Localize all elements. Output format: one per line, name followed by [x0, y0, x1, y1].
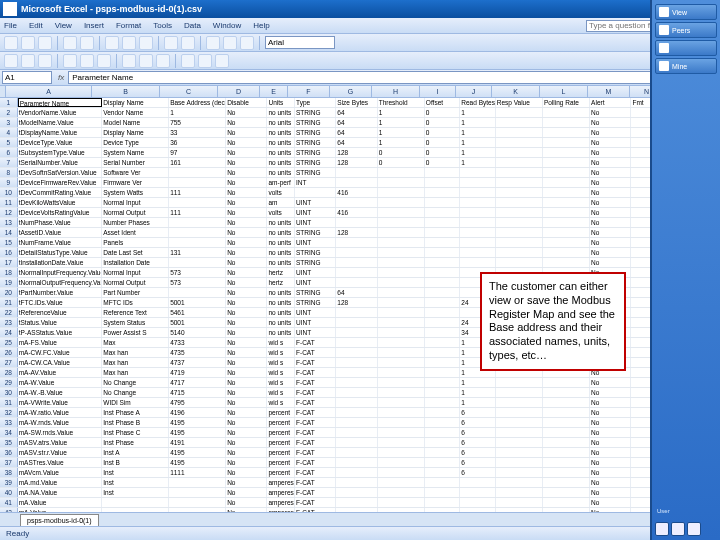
cell[interactable]	[336, 318, 377, 327]
cell[interactable]	[460, 238, 495, 247]
cell[interactable]	[425, 438, 460, 447]
cell[interactable]: 4195	[169, 448, 226, 457]
cell[interactable]: mASV.str.r.Value	[18, 448, 103, 457]
cell[interactable]: mA-W.-B.Value	[18, 388, 103, 397]
copy-icon[interactable]	[122, 36, 136, 50]
save-icon[interactable]	[38, 36, 52, 50]
row-header[interactable]: 15	[0, 238, 18, 247]
cell[interactable]: No	[226, 128, 267, 137]
cell[interactable]: percent	[267, 408, 295, 417]
menu-edit[interactable]: Edit	[29, 21, 43, 30]
cell[interactable]	[169, 288, 226, 297]
cell[interactable]: no units	[267, 158, 295, 167]
cell[interactable]: Software Ver	[102, 168, 169, 177]
cell[interactable]: 64	[336, 108, 377, 117]
cell[interactable]	[496, 108, 543, 117]
column-header[interactable]: H	[372, 86, 420, 97]
cell[interactable]: No	[590, 158, 631, 167]
cell[interactable]	[378, 348, 425, 357]
cell[interactable]: tDevCommitRating.Value	[18, 188, 103, 197]
cell[interactable]: No	[590, 398, 631, 407]
cell[interactable]	[169, 178, 226, 187]
cell[interactable]: tP-ASStatus.Value	[18, 328, 103, 337]
cell[interactable]: No Change	[102, 378, 169, 387]
cell[interactable]: 1	[460, 148, 495, 157]
cell[interactable]	[336, 338, 377, 347]
cell[interactable]: No	[590, 218, 631, 227]
cut-icon[interactable]	[105, 36, 119, 50]
cell[interactable]: no units	[267, 238, 295, 247]
bold-icon[interactable]	[4, 54, 18, 68]
cell[interactable]	[543, 378, 590, 387]
cell[interactable]: am	[267, 198, 295, 207]
cell[interactable]: No	[590, 468, 631, 477]
cell[interactable]: tDevSoftnSatVersion.Value	[18, 168, 103, 177]
cell[interactable]	[102, 508, 169, 512]
cell[interactable]	[543, 448, 590, 457]
cell[interactable]: No	[226, 488, 267, 497]
cell[interactable]: 1111	[169, 468, 226, 477]
column-header[interactable]: B	[92, 86, 160, 97]
menu-tools[interactable]: Tools	[153, 21, 172, 30]
cell[interactable]: No	[590, 488, 631, 497]
cell[interactable]	[378, 218, 425, 227]
cell[interactable]	[378, 318, 425, 327]
cell[interactable]	[543, 248, 590, 257]
column-header[interactable]: L	[540, 86, 588, 97]
row-header[interactable]: 26	[0, 348, 18, 357]
row-header[interactable]: 8	[0, 168, 18, 177]
cell[interactable]: No	[590, 428, 631, 437]
cell[interactable]: mA-W.rnds.Value	[18, 418, 103, 427]
cell[interactable]: Panels	[102, 238, 169, 247]
cell[interactable]	[543, 488, 590, 497]
cell[interactable]: No	[590, 438, 631, 447]
cell[interactable]: mA.Value	[18, 498, 103, 507]
cell[interactable]: mA-FS.Value	[18, 338, 103, 347]
cell[interactable]	[378, 268, 425, 277]
cell[interactable]: 111	[169, 188, 226, 197]
cell[interactable]	[460, 248, 495, 257]
cell[interactable]: tFTC.IDs.Value	[18, 298, 103, 307]
cell[interactable]	[425, 238, 460, 247]
cell[interactable]: 5001	[169, 318, 226, 327]
cell[interactable]	[425, 448, 460, 457]
row-header[interactable]: 27	[0, 358, 18, 367]
cell[interactable]: No	[226, 248, 267, 257]
cell[interactable]: mAVcm.Value	[18, 468, 103, 477]
cell[interactable]	[336, 388, 377, 397]
cell[interactable]	[169, 218, 226, 227]
cell[interactable]: F-CAT	[295, 408, 336, 417]
cell[interactable]	[295, 188, 336, 197]
row-header[interactable]: 17	[0, 258, 18, 267]
task-pane-item[interactable]: View	[655, 4, 717, 20]
cell[interactable]: No	[590, 258, 631, 267]
row-header[interactable]: 37	[0, 458, 18, 467]
cell[interactable]: wid s	[267, 358, 295, 367]
cell[interactable]: No	[226, 378, 267, 387]
cell[interactable]: UINT	[295, 238, 336, 247]
cell[interactable]: 0	[425, 108, 460, 117]
cell[interactable]	[169, 478, 226, 487]
cell[interactable]	[425, 218, 460, 227]
cell[interactable]	[425, 458, 460, 467]
cell[interactable]: no units	[267, 228, 295, 237]
cell[interactable]	[336, 428, 377, 437]
cell[interactable]: No	[226, 468, 267, 477]
cell[interactable]: percent	[267, 438, 295, 447]
cell[interactable]	[496, 148, 543, 157]
cell[interactable]	[169, 508, 226, 512]
cell[interactable]: 1	[378, 128, 425, 137]
cell[interactable]	[425, 278, 460, 287]
column-header[interactable]: A	[6, 86, 92, 97]
cell[interactable]	[425, 398, 460, 407]
cell[interactable]: tNormalOutputFrequency.Value	[18, 278, 103, 287]
cell[interactable]: no units	[267, 148, 295, 157]
cell[interactable]	[102, 498, 169, 507]
align-right-icon[interactable]	[97, 54, 111, 68]
cell[interactable]	[496, 398, 543, 407]
cell[interactable]: F-CAT	[295, 458, 336, 467]
cell[interactable]: 0	[378, 148, 425, 157]
cell[interactable]	[336, 348, 377, 357]
cell[interactable]	[425, 228, 460, 237]
cell[interactable]	[336, 438, 377, 447]
